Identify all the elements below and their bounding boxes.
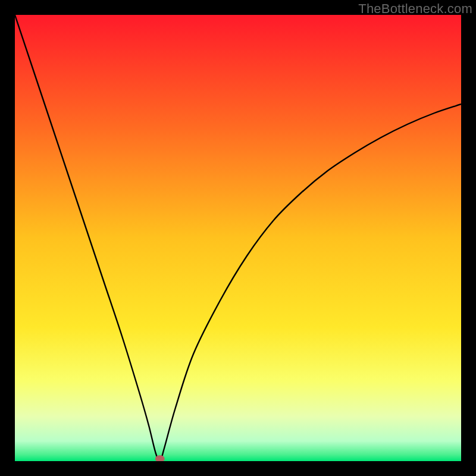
bottleneck-chart bbox=[15, 15, 461, 461]
attribution-text: TheBottleneck.com bbox=[358, 1, 472, 17]
chart-frame bbox=[15, 15, 461, 461]
chart-background bbox=[15, 15, 461, 461]
